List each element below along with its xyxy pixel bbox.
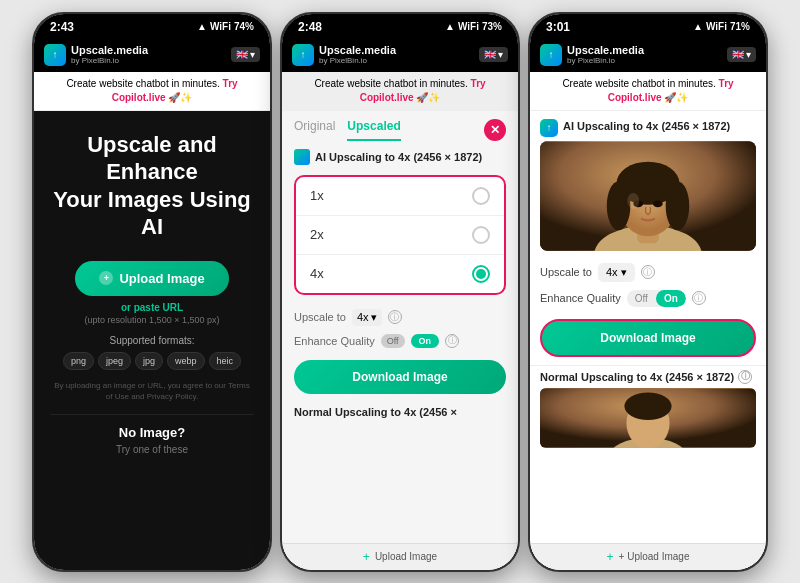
enhance-label-3: Enhance Quality <box>540 292 621 304</box>
nav-bar-1: ↑ Upscale.media by PixelBin.io 🇬🇧 ▾ <box>34 38 270 72</box>
upload-bar-3[interactable]: + + Upload Image <box>530 543 766 570</box>
logo-icon-1: ↑ <box>44 44 66 66</box>
banner-link-try-1[interactable]: Try <box>223 78 238 89</box>
banner-link-try-3[interactable]: Try <box>719 78 734 89</box>
banner-emoji-1: 🚀✨ <box>168 92 192 103</box>
upload-bar-icon-3: + <box>607 550 614 564</box>
nav-bar-3: ↑ Upscale.media by PixelBin.io 🇬🇧 ▾ <box>530 38 766 72</box>
ai-image-preview <box>540 141 756 251</box>
enhance-row-3: Enhance Quality Off On ⓘ <box>530 286 766 315</box>
url-link[interactable]: URL <box>163 302 184 313</box>
radio-inner-4x <box>476 269 486 279</box>
banner-3: Create website chatbot in minutes. Try C… <box>530 72 766 111</box>
upload-bar-text-3: + Upload Image <box>619 551 690 562</box>
time-2: 2:48 <box>298 20 322 34</box>
toggle-on-2[interactable]: On <box>411 334 440 348</box>
language-selector-2[interactable]: 🇬🇧 ▾ <box>479 47 508 62</box>
upload-btn-label: Upload Image <box>119 271 204 286</box>
scale-option-1x[interactable]: 1x <box>296 177 504 216</box>
toggle-off-3[interactable]: Off <box>627 290 656 307</box>
logo-text-1: Upscale.media by PixelBin.io <box>71 44 148 65</box>
banner-emoji-2: 🚀✨ <box>416 92 440 103</box>
screen1-body: Upscale and Enhance Your Images Using AI… <box>34 111 270 570</box>
radio-4x <box>472 265 490 283</box>
nav-right-3: 🇬🇧 ▾ <box>727 47 756 62</box>
normal-title-3: Normal Upscaling to 4x (2456 × 1872) ⓘ <box>540 370 756 384</box>
banner-link-copilot-3[interactable]: Copilot.live <box>608 92 662 103</box>
nav-bar-2: ↑ Upscale.media by PixelBin.io 🇬🇧 ▾ <box>282 38 518 72</box>
no-image-section: No Image? Try one of these <box>50 414 254 455</box>
ai-upscale-header-3: ↑ AI Upscaling to 4x (2456 × 1872) <box>530 111 766 141</box>
close-button-2[interactable]: ✕ <box>484 119 506 141</box>
svg-point-5 <box>607 181 631 230</box>
no-image-sub: Try one of these <box>50 444 254 455</box>
upscale-to-select-3[interactable]: 4x ▾ <box>598 263 635 282</box>
svg-point-9 <box>627 193 639 209</box>
toggle-group-3[interactable]: Off On <box>627 290 686 307</box>
flag-icon-3: 🇬🇧 <box>732 49 744 60</box>
format-jpeg: jpeg <box>98 352 131 370</box>
upload-dot-icon: + <box>99 271 113 285</box>
scale-option-2x[interactable]: 2x <box>296 216 504 255</box>
status-icons-1: ▲ WiFi 74% <box>197 21 254 32</box>
nav-right-1: 🇬🇧 ▾ <box>231 47 260 62</box>
main-title: Upscale and Enhance Your Images Using AI <box>50 131 254 241</box>
phone-1: 2:43 ▲ WiFi 74% ↑ Upscale.media by Pixel… <box>32 12 272 572</box>
language-selector-1[interactable]: 🇬🇧 ▾ <box>231 47 260 62</box>
format-webp: webp <box>167 352 205 370</box>
upscale-to-row-3: Upscale to 4x ▾ ⓘ <box>530 259 766 286</box>
upload-bar-icon-2: + <box>363 550 370 564</box>
download-button-2[interactable]: Download Image <box>294 360 506 394</box>
banner-text-3: Create website chatbot in minutes. <box>562 78 715 89</box>
upload-bar-2[interactable]: + Upload Image <box>282 543 518 570</box>
logo-icon-2: ↑ <box>292 44 314 66</box>
chevron-down-icon-2: ▾ <box>498 49 503 60</box>
svg-point-6 <box>666 181 690 230</box>
logo-main-3: Upscale.media <box>567 44 644 56</box>
screen2-body: Original Upscaled ✕ AI Upscaling to 4x (… <box>282 111 518 570</box>
or-paste-text: or paste URL <box>121 302 183 313</box>
flag-icon-1: 🇬🇧 <box>236 49 248 60</box>
download-button-3[interactable]: Download Image <box>540 319 756 357</box>
status-icons-2: ▲ WiFi 73% <box>445 21 502 32</box>
banner-emoji-3: 🚀✨ <box>664 92 688 103</box>
status-bar-1: 2:43 ▲ WiFi 74% <box>34 14 270 38</box>
chevron-down-icon-s3: ▾ <box>621 266 627 279</box>
upload-image-button[interactable]: + Upload Image <box>75 261 228 296</box>
status-bar-2: 2:48 ▲ WiFi 73% <box>282 14 518 38</box>
terms-text: By uploading an image or URL, you agree … <box>50 380 254 402</box>
status-icons-3: ▲ WiFi 71% <box>693 21 750 32</box>
info-icon-normal-3: ⓘ <box>738 370 752 384</box>
scale-option-4x[interactable]: 4x <box>296 255 504 293</box>
banner-link-try-2[interactable]: Try <box>471 78 486 89</box>
screen3-body: ↑ AI Upscaling to 4x (2456 × 1872) <box>530 111 766 570</box>
normal-image-preview <box>540 388 756 448</box>
info-icon-enhance-2: ⓘ <box>445 334 459 348</box>
wifi-icon-2: WiFi <box>458 21 479 32</box>
close-icon-2: ✕ <box>484 119 506 141</box>
format-tags: png jpeg jpg webp heic <box>63 352 241 370</box>
controls-row-2: Upscale to 4x ▾ ⓘ <box>282 301 518 330</box>
tab-upscaled[interactable]: Upscaled <box>347 119 400 141</box>
toggle-row-2: Enhance Quality Off On ⓘ <box>282 330 518 352</box>
nav-right-2: 🇬🇧 ▾ <box>479 47 508 62</box>
phone-3: 3:01 ▲ WiFi 71% ↑ Upscale.media by Pixel… <box>528 12 768 572</box>
no-image-title: No Image? <box>50 425 254 440</box>
banner-link-copilot-2[interactable]: Copilot.live <box>360 92 414 103</box>
toggle-off-2[interactable]: Off <box>381 334 405 348</box>
logo-main-2: Upscale.media <box>319 44 396 56</box>
time-1: 2:43 <box>50 20 74 34</box>
language-selector-3[interactable]: 🇬🇧 ▾ <box>727 47 756 62</box>
banner-text-1: Create website chatbot in minutes. <box>66 78 219 89</box>
chevron-down-icon-s2: ▾ <box>371 311 377 324</box>
signal-icon: ▲ <box>197 21 207 32</box>
logo-text-2: Upscale.media by PixelBin.io <box>319 44 396 65</box>
enhance-label-2: Enhance Quality <box>294 335 375 347</box>
upscale-to-select-2[interactable]: 4x ▾ <box>352 309 382 326</box>
upscale-to-label-2: Upscale to <box>294 311 346 323</box>
toggle-on-3[interactable]: On <box>656 290 686 307</box>
battery-3: 71% <box>730 21 750 32</box>
tab-original[interactable]: Original <box>294 119 335 141</box>
banner-1: Create website chatbot in minutes. Try C… <box>34 72 270 111</box>
banner-link-copilot-1[interactable]: Copilot.live <box>112 92 166 103</box>
